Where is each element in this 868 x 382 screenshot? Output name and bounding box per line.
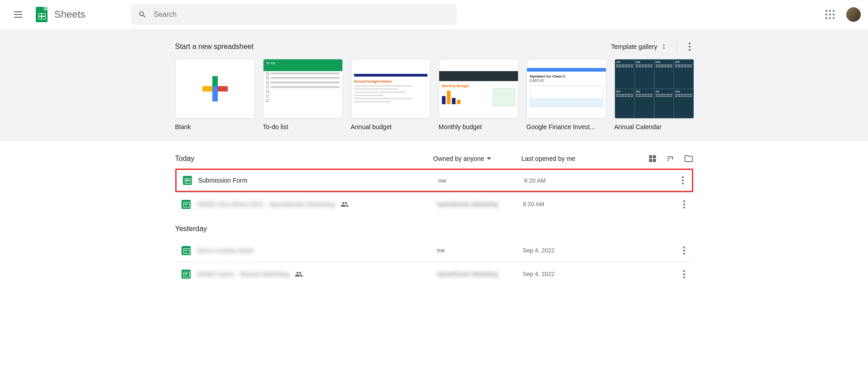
view-controls [648,154,693,163]
search-bar[interactable] [131,4,457,25]
template-annual-budget[interactable]: Annual budget tracker Annual budget [351,59,431,131]
sheets-file-icon [183,176,192,185]
header-right [821,5,861,24]
file-owner: me [438,177,524,184]
owner-filter-dropdown[interactable]: Owned by anyone [433,155,522,162]
template-gallery-label: Template gallery [611,43,657,50]
template-header: Start a new spreadsheet Template gallery [175,36,693,59]
plus-icon [202,76,228,102]
template-label: To-do list [263,123,343,131]
template-thumb [175,59,255,119]
file-owner: SpeedStudio Marketing [437,271,523,277]
file-more-button[interactable] [681,267,693,281]
file-more-button[interactable] [679,174,692,187]
template-todo[interactable]: To Do To-do list [263,59,343,131]
thumb-stock-name: Alphabet Inc Class C [530,74,603,78]
thumb-stock-price: 2,622.03 [530,78,603,82]
file-date: Sep 4, 2022 [523,247,636,254]
files-section-heading: Yesterday [175,216,693,238]
file-owner: me [437,247,523,254]
grid-icon [648,154,657,163]
file-type-icon-cell [175,270,197,279]
sort-az-button[interactable] [666,154,675,163]
sheets-file-icon [182,246,191,255]
template-annual-calendar[interactable]: JAN FEB MAR APR MAY JUN JUL AUG Annual C… [614,59,694,131]
thumb-title: Monthly Budget [442,84,515,88]
shared-icon [295,270,303,278]
hamburger-icon [14,11,22,18]
files-header-row: Today Owned by anyone Last opened by me [175,149,693,169]
template-row: Blank To Do To-do list [175,59,693,131]
main-menu-button[interactable] [7,4,29,25]
file-type-icon-cell [177,176,198,185]
file-row[interactable]: Demo module sheet me Sep 4, 2022 [175,238,693,262]
file-row[interactable]: DEMO Sprint · Shared Marketing SpeedStud… [175,262,693,285]
file-name-text: DEMO Sprint · Shared Marketing [197,271,290,278]
sort-icon [666,154,675,163]
shared-icon [340,200,349,208]
file-name: DEMO Sprint · Shared Marketing [197,270,437,278]
search-input[interactable] [153,10,449,19]
template-blank[interactable]: Blank [175,59,255,131]
sheets-file-icon [182,270,191,279]
open-file-picker-button[interactable] [684,154,693,163]
template-thumb: JAN FEB MAR APR MAY JUN JUL AUG [614,59,694,119]
template-label: Annual budget [351,123,431,131]
template-thumb: To Do [263,59,343,119]
template-section: Start a new spreadsheet Template gallery [0,29,868,141]
folder-icon [684,154,693,163]
divider [676,40,677,53]
template-more-button[interactable] [686,40,693,53]
file-name: Submission Form [198,177,438,184]
file-more-button[interactable] [681,244,693,257]
unfold-icon [660,43,667,50]
thumb-title: Annual budget tracker [354,79,427,83]
template-section-title: Start a new spreadsheet [175,43,254,51]
file-name-text: Submission Form [198,177,248,184]
file-name-text: DEMO Gen Sheet 2022 · SpeedStudio Market… [197,201,335,208]
file-row-submission-form[interactable]: Submission Form me 8:20 AM [175,169,693,192]
file-type-icon-cell [175,200,197,209]
template-label: Monthly budget [439,123,518,131]
template-thumb: Alphabet Inc Class C 2,622.03 [527,59,606,119]
file-date: Sep 4, 2022 [523,271,636,277]
file-date: 8:20 AM [523,201,636,208]
template-label: Google Finance Invest... [527,123,606,131]
file-name: DEMO Gen Sheet 2022 · SpeedStudio Market… [197,200,437,208]
sheets-icon [36,7,48,22]
file-date: 8:20 AM [524,177,638,184]
template-gallery-button[interactable]: Template gallery [611,43,667,50]
search-container [131,4,457,25]
sheets-logo[interactable] [33,5,51,24]
caret-down-icon [487,157,491,160]
google-apps-button[interactable] [821,5,839,24]
sheets-file-icon [182,200,191,209]
template-monthly-budget[interactable]: Monthly Budget Monthly budget [439,59,518,131]
files-section: Today Owned by anyone Last opened by me [0,141,868,293]
file-name: Demo module sheet [197,247,437,254]
sort-column-label[interactable]: Last opened by me [522,155,635,162]
app-header: Sheets [0,0,868,29]
file-type-icon-cell [175,246,197,255]
file-owner: SpeedStudio Marketing [437,201,523,208]
apps-grid-icon [825,10,834,19]
template-label: Annual Calendar [614,123,694,131]
account-avatar[interactable] [846,7,861,22]
grid-view-button[interactable] [648,154,657,163]
files-section-heading: Today [175,155,433,163]
brand-name: Sheets [54,9,86,20]
file-row[interactable]: DEMO Gen Sheet 2022 · SpeedStudio Market… [175,192,693,216]
template-thumb: Monthly Budget [439,59,518,119]
thumb-title: To Do [264,59,342,71]
file-name-text: Demo module sheet [197,247,254,254]
template-actions: Template gallery [611,40,693,53]
owner-filter-label: Owned by anyone [433,155,484,162]
file-more-button[interactable] [681,198,693,211]
search-icon [138,10,147,19]
template-thumb: Annual budget tracker [351,59,431,119]
template-google-finance[interactable]: Alphabet Inc Class C 2,622.03 Google Fin… [527,59,606,131]
template-label: Blank [175,123,255,131]
